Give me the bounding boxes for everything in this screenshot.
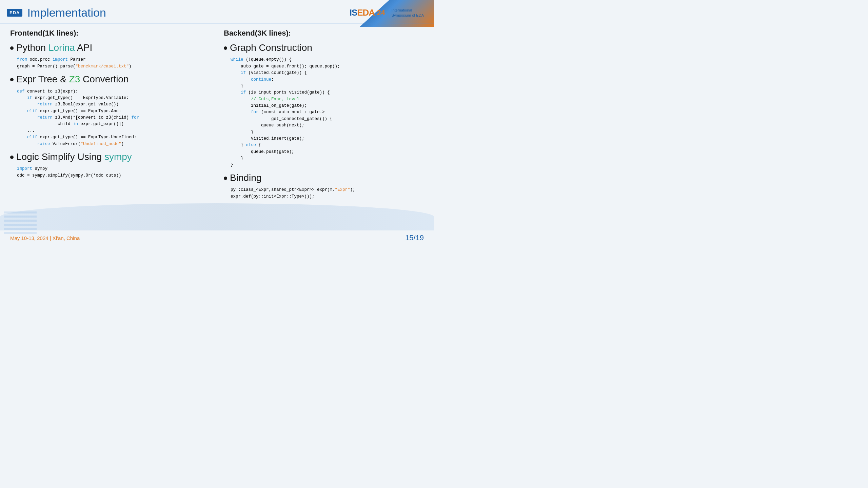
frontend-section-title: Frontend(1K lines): [10, 29, 210, 38]
code-sympy: import sympy odc = sympy.simplify(sympy.… [17, 166, 210, 179]
page-title: Implementation [27, 6, 106, 19]
bullet-graph-construction: Graph Construction [224, 42, 424, 54]
bullet3-sympy: sympy [104, 151, 132, 162]
footer-date: May 10-13, 2024 | Xi'an, China [10, 235, 80, 241]
bullet-dot-r1 [224, 46, 227, 50]
bullet-r1-text: Graph Construction [230, 42, 312, 53]
code-graph-construction: while (!queue.empty()) { auto gate = que… [231, 57, 424, 168]
iseda-is: IS [350, 7, 357, 18]
backend-section-title: Backend(3K lines): [224, 29, 424, 38]
iseda-logo: ISEDA 24 International Symposium of EDA [350, 7, 424, 18]
bullet-dot-2 [10, 78, 14, 81]
code-binding: py::class_<Expr,shared_ptr<Expr>> expr(m… [231, 187, 424, 200]
right-column: Backend(3K lines): Graph Construction wh… [224, 29, 424, 225]
header-right: ISEDA 24 International Symposium of EDA [350, 7, 424, 18]
iseda-eda-text: EDA [357, 7, 375, 18]
bullet1-text: Python [16, 42, 48, 53]
iseda-subtitle: International Symposium of EDA [389, 8, 424, 18]
bullet-sympy: Logic Simplify Using sympy [10, 151, 210, 163]
bullet-expr-z3: Expr Tree & Z3 Convertion [10, 73, 210, 85]
main-content: Frontend(1K lines): Python Lorina API fr… [0, 23, 434, 225]
code-expr-z3: def convert_to_z3(expr): if expr.get_typ… [17, 88, 210, 147]
bullet-dot-3 [10, 156, 14, 159]
iseda-year: 24 [377, 8, 385, 17]
bullet2-z3: Z3 [69, 74, 80, 84]
header: EDA Implementation ISEDA 24 Internationa… [0, 0, 434, 23]
bullet-binding: Binding [224, 172, 424, 184]
bullet-dot-r2 [224, 177, 227, 180]
bullet-r2-text: Binding [230, 172, 261, 183]
footer-page: 15/19 [405, 233, 424, 242]
bullet-python-lorina: Python Lorina API [10, 42, 210, 54]
bullet1-api: API [75, 42, 92, 53]
eda-logo: EDA [7, 9, 22, 17]
iseda-subtitle-line1: International [392, 8, 424, 13]
bullet-label-1: Python Lorina API [16, 42, 92, 54]
bullet-label-r1: Graph Construction [230, 42, 312, 54]
code-python-lorina: from odc.proc import Parser graph = Pars… [17, 57, 210, 70]
iseda-subtitle-line2: Symposium of EDA [392, 13, 424, 18]
footer: May 10-13, 2024 | Xi'an, China 15/19 [0, 232, 434, 244]
bullet3-text: Logic Simplify Using [16, 151, 104, 162]
bullet-dot-1 [10, 46, 14, 50]
bullet2-rest: Convertion [80, 74, 129, 84]
left-column: Frontend(1K lines): Python Lorina API fr… [10, 29, 210, 225]
bullet-label-3: Logic Simplify Using sympy [16, 151, 132, 163]
bullet2-text: Expr Tree & [16, 74, 69, 84]
bullet-label-r2: Binding [230, 172, 261, 184]
bullet1-lorina: Lorina [48, 42, 75, 53]
header-left: EDA Implementation [7, 6, 106, 19]
bullet-label-2: Expr Tree & Z3 Convertion [16, 73, 129, 85]
iseda-text: ISEDA [350, 7, 375, 18]
